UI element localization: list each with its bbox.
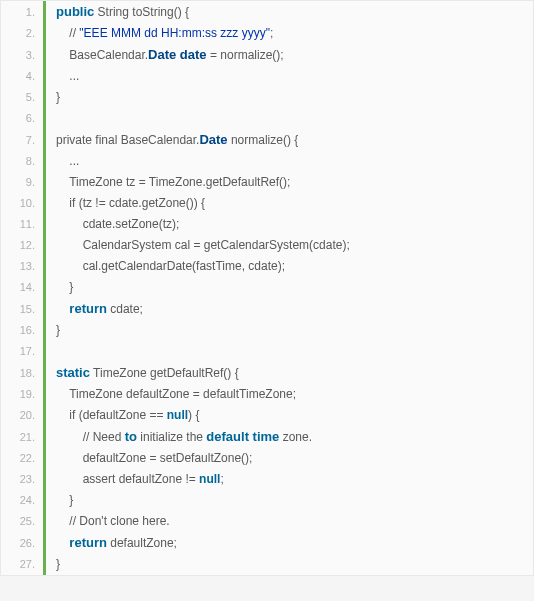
token: to — [125, 429, 137, 444]
token: ... — [69, 69, 79, 83]
code-content: cdate.setZone(tz); — [46, 214, 179, 235]
token: null — [199, 472, 220, 486]
token: } — [69, 280, 73, 294]
line-number: 22. — [1, 448, 43, 469]
token: "EEE MMM dd HH:mm:ss zzz yyyy" — [79, 26, 270, 40]
code-line: 4. ... — [1, 66, 533, 87]
token: null — [167, 408, 188, 422]
code-line: 17. — [1, 341, 533, 362]
code-line: 21. // Need to initialize the default ti… — [1, 426, 533, 448]
code-content: TimeZone tz = TimeZone.getDefaultRef(); — [46, 172, 290, 193]
token: initialize the — [137, 430, 206, 444]
code-line: 3. BaseCalendar.Date date = normalize(); — [1, 44, 533, 66]
line-number: 12. — [1, 235, 43, 256]
code-content: private final BaseCalendar.Date normaliz… — [46, 129, 298, 151]
token: normalize() { — [228, 133, 299, 147]
code-content — [46, 108, 59, 129]
code-content: static TimeZone getDefaultRef() { — [46, 362, 239, 384]
token: Date date — [148, 47, 207, 62]
line-number: 2. — [1, 23, 43, 44]
code-line: 15. return cdate; — [1, 298, 533, 320]
line-number: 15. — [1, 299, 43, 320]
code-block: 1.public String toString() {2. // "EEE M… — [0, 0, 534, 576]
line-number: 5. — [1, 87, 43, 108]
token: TimeZone defaultZone = defaultTimeZone; — [69, 387, 296, 401]
code-line: 20. if (defaultZone == null) { — [1, 405, 533, 426]
code-content: assert defaultZone != null; — [46, 469, 224, 490]
token: cal.getCalendarDate(fastTime, cdate); — [83, 259, 285, 273]
code-line: 12. CalendarSystem cal = getCalendarSyst… — [1, 235, 533, 256]
token: private final BaseCalendar. — [56, 133, 199, 147]
token: Date — [199, 132, 227, 147]
token: BaseCalendar. — [69, 48, 148, 62]
line-number: 20. — [1, 405, 43, 426]
token: } — [56, 90, 60, 104]
token: cdate.setZone(tz); — [83, 217, 180, 231]
token: ... — [69, 154, 79, 168]
token: if (tz != cdate.getZone()) { — [69, 196, 205, 210]
code-line: 22. defaultZone = setDefaultZone(); — [1, 448, 533, 469]
token: assert defaultZone != — [83, 472, 199, 486]
line-number: 10. — [1, 193, 43, 214]
code-line: 5.} — [1, 87, 533, 108]
line-number: 11. — [1, 214, 43, 235]
line-number: 14. — [1, 277, 43, 298]
code-content: if (tz != cdate.getZone()) { — [46, 193, 205, 214]
line-number: 8. — [1, 151, 43, 172]
code-content: return cdate; — [46, 298, 143, 320]
code-line: 10. if (tz != cdate.getZone()) { — [1, 193, 533, 214]
code-line: 11. cdate.setZone(tz); — [1, 214, 533, 235]
code-content: public String toString() { — [46, 1, 189, 23]
code-content: } — [46, 320, 60, 341]
line-number: 9. — [1, 172, 43, 193]
token: CalendarSystem cal = getCalendarSystem(c… — [83, 238, 350, 252]
code-content: } — [46, 554, 60, 575]
code-content: // Don't clone here. — [46, 511, 170, 532]
token — [56, 344, 59, 358]
line-number: 19. — [1, 384, 43, 405]
code-line: 18.static TimeZone getDefaultRef() { — [1, 362, 533, 384]
code-content: // "EEE MMM dd HH:mm:ss zzz yyyy"; — [46, 23, 273, 44]
code-content: // Need to initialize the default time z… — [46, 426, 312, 448]
line-number: 27. — [1, 554, 43, 575]
code-line: 1.public String toString() { — [1, 1, 533, 23]
code-line: 26. return defaultZone; — [1, 532, 533, 554]
code-line: 6. — [1, 108, 533, 129]
line-number: 6. — [1, 108, 43, 129]
code-content: TimeZone defaultZone = defaultTimeZone; — [46, 384, 296, 405]
token: defaultZone = setDefaultZone(); — [83, 451, 253, 465]
line-number: 13. — [1, 256, 43, 277]
token: = normalize(); — [207, 48, 284, 62]
token: } — [69, 493, 73, 507]
line-number: 21. — [1, 427, 43, 448]
line-number: 7. — [1, 130, 43, 151]
token: return — [69, 535, 107, 550]
token: defaultZone; — [107, 536, 177, 550]
code-content: return defaultZone; — [46, 532, 177, 554]
token: public — [56, 4, 94, 19]
token: ) { — [188, 408, 199, 422]
line-number: 26. — [1, 533, 43, 554]
code-content: if (defaultZone == null) { — [46, 405, 199, 426]
code-content — [46, 341, 59, 362]
token: return — [69, 301, 107, 316]
code-line: 24. } — [1, 490, 533, 511]
token: } — [56, 557, 60, 571]
code-content: defaultZone = setDefaultZone(); — [46, 448, 252, 469]
code-line: 2. // "EEE MMM dd HH:mm:ss zzz yyyy"; — [1, 23, 533, 44]
code-content: BaseCalendar.Date date = normalize(); — [46, 44, 284, 66]
code-line: 14. } — [1, 277, 533, 298]
line-number: 18. — [1, 363, 43, 384]
code-content: } — [46, 87, 60, 108]
token: ; — [270, 26, 273, 40]
code-content: ... — [46, 66, 79, 87]
line-number: 23. — [1, 469, 43, 490]
token — [56, 111, 59, 125]
code-line: 25. // Don't clone here. — [1, 511, 533, 532]
line-number: 24. — [1, 490, 43, 511]
token: cdate; — [107, 302, 143, 316]
token: String toString() { — [94, 5, 189, 19]
token: default time — [206, 429, 279, 444]
line-number: 25. — [1, 511, 43, 532]
code-line: 23. assert defaultZone != null; — [1, 469, 533, 490]
